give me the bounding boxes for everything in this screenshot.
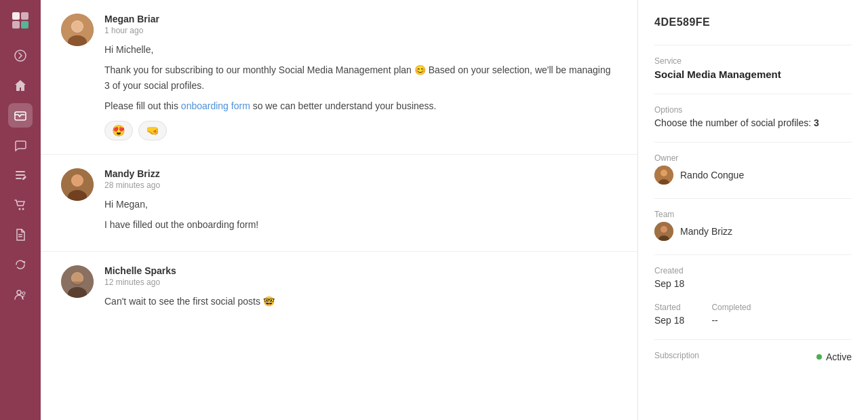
owner-label: Owner (654, 153, 852, 163)
started-value: Sep 18 (654, 315, 684, 326)
started-label: Started (654, 303, 684, 312)
started-section: Started Sep 18 (654, 303, 684, 326)
message-thread: Megan Briar 1 hour ago Hi Michelle, Than… (41, 0, 637, 328)
svg-rect-0 (12, 12, 20, 20)
status-label: Active (826, 351, 852, 362)
options-value: Choose the number of social profiles: 3 (654, 117, 852, 128)
svg-point-13 (17, 290, 21, 294)
svg-point-22 (72, 175, 83, 186)
main-content: Megan Briar 1 hour ago Hi Michelle, Than… (41, 0, 868, 420)
logo-icon[interactable] (8, 8, 33, 33)
subscription-section: Subscription Active (654, 351, 852, 363)
svg-rect-7 (16, 174, 25, 176)
edit-icon[interactable] (8, 163, 33, 187)
file-icon[interactable] (8, 223, 33, 247)
svg-point-14 (22, 292, 25, 294)
message-block-2: Mandy Brizz 28 minutes ago Hi Megan, I h… (41, 155, 637, 252)
owner-name: Rando Congue (680, 170, 744, 180)
message-time: 1 hour ago (104, 26, 617, 35)
svg-point-4 (15, 50, 26, 61)
team-label: Team (654, 210, 852, 219)
service-value: Social Media Management (654, 69, 852, 80)
message-text-4: Hi Megan, (104, 197, 617, 212)
options-label: Options (654, 105, 852, 115)
message-content-3: Michelle Sparks 12 minutes ago Can't wai… (104, 265, 617, 314)
arrow-right-icon[interactable] (8, 43, 33, 68)
chat-area[interactable]: Megan Briar 1 hour ago Hi Michelle, Than… (41, 0, 637, 420)
message-text: Hi Michelle, (104, 42, 617, 57)
right-panel: 4DE589FE Service Social Media Management… (637, 0, 868, 420)
svg-point-10 (22, 208, 24, 210)
svg-point-18 (72, 21, 83, 32)
svg-rect-2 (12, 21, 20, 28)
created-value: Sep 18 (654, 278, 852, 289)
svg-rect-1 (21, 12, 28, 20)
team-row: Mandy Brizz (654, 222, 852, 241)
svg-rect-6 (16, 171, 25, 172)
avatar (61, 14, 94, 46)
avatar-3 (61, 265, 94, 298)
cart-icon[interactable] (8, 193, 33, 217)
status-dot (816, 354, 822, 360)
owner-avatar (654, 166, 673, 185)
sidebar (0, 0, 41, 420)
team-section: Team Mandy Brizz (654, 210, 852, 241)
ticket-id: 4DE589FE (654, 16, 852, 28)
subscription-label: Subscription (654, 351, 699, 360)
service-label: Service (654, 56, 852, 66)
message-text-6: Can't wait to see the first social posts… (104, 294, 617, 309)
message-author-2: Mandy Brizz (104, 168, 617, 179)
created-label: Created (654, 266, 852, 275)
service-section: Service Social Media Management (654, 56, 852, 80)
chat-icon[interactable] (8, 133, 33, 157)
message-time-3: 12 minutes ago (104, 278, 617, 287)
message-text-3: Please fill out this onboarding form so … (104, 98, 617, 113)
message-content: Megan Briar 1 hour ago Hi Michelle, Than… (104, 14, 617, 140)
onboarding-form-link[interactable]: onboarding form (181, 100, 250, 111)
team-avatar (654, 222, 673, 241)
svg-rect-11 (18, 234, 22, 235)
created-section: Created Sep 18 (654, 266, 852, 289)
owner-section: Owner Rando Congue (654, 153, 852, 185)
options-section: Options Choose the number of social prof… (654, 105, 852, 128)
svg-rect-3 (21, 21, 28, 28)
team-name: Mandy Brizz (680, 226, 732, 237)
message-block: Megan Briar 1 hour ago Hi Michelle, Than… (41, 0, 637, 155)
message-author: Megan Briar (104, 14, 617, 24)
reaction-heart-eyes[interactable]: 😍 (104, 121, 133, 140)
svg-point-28 (660, 170, 667, 176)
svg-rect-8 (16, 178, 22, 179)
contacts-icon[interactable] (8, 282, 33, 307)
message-text-5: I have filled out the onboarding form! (104, 217, 617, 232)
home-icon[interactable] (8, 73, 33, 98)
inbox-icon[interactable] (8, 103, 33, 128)
completed-section: Completed -- (711, 303, 751, 326)
svg-rect-12 (18, 236, 22, 237)
owner-row: Rando Congue (654, 166, 852, 185)
message-reactions: 😍 🤜 (104, 121, 617, 140)
status-badge: Active (816, 351, 852, 362)
dates-section: Started Sep 18 Completed -- (654, 303, 852, 326)
message-author-3: Michelle Sparks (104, 265, 617, 276)
avatar-2 (61, 168, 94, 201)
refresh-icon[interactable] (8, 252, 33, 277)
completed-label: Completed (711, 303, 751, 312)
message-content-2: Mandy Brizz 28 minutes ago Hi Megan, I h… (104, 168, 617, 238)
reaction-fist-bump[interactable]: 🤜 (138, 121, 167, 140)
message-text-2: Thank you for subscribing to our monthly… (104, 62, 617, 93)
message-block-3: Michelle Sparks 12 minutes ago Can't wai… (41, 252, 637, 328)
completed-value: -- (711, 315, 751, 326)
message-time-2: 28 minutes ago (104, 180, 617, 190)
svg-point-31 (660, 226, 667, 233)
svg-point-9 (19, 208, 21, 210)
